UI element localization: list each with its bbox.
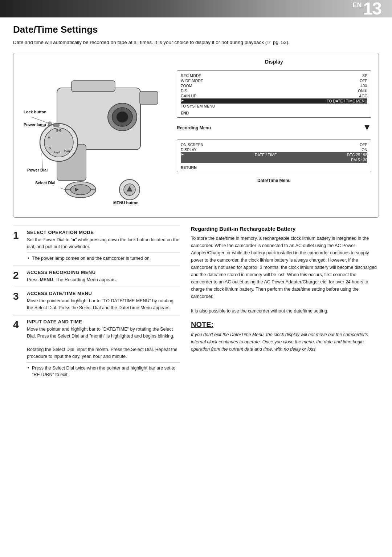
svg-text:Power Dial: Power Dial <box>27 168 48 172</box>
menu-row-display: DISPLAYON <box>181 147 367 152</box>
datetime-menu-label: Date/Time Menu <box>177 178 371 183</box>
steps-and-note: 1 SELECT OPERATION MODE Set the Power Di… <box>13 226 379 382</box>
svg-text:A: A <box>49 146 51 150</box>
right-col: Regarding Built-in Rechargeable Battery … <box>191 226 379 382</box>
diagram-box: S·G M A P·A·T PLAY <box>13 53 379 218</box>
svg-text:MENU button: MENU button <box>113 201 139 205</box>
svg-rect-1 <box>72 81 115 92</box>
down-arrow-icon: ▼ <box>363 122 371 132</box>
svg-text:Power lamp: Power lamp <box>24 122 46 127</box>
svg-point-4 <box>117 112 128 122</box>
camera-diagram: S·G M A P·A·T PLAY <box>21 59 173 211</box>
datetime-menu-panel: ON SCREENOFF DISPLAYON DATE / TIME DEC 2… <box>177 140 371 172</box>
display-label: Display <box>177 59 371 65</box>
step-1-body: Set the Power Dial to "■" while pressing… <box>27 237 180 250</box>
en-label: EN <box>353 1 362 9</box>
recording-menu-label: Recording Menu <box>177 125 211 130</box>
menu-row-zoom: ZOOM40X <box>181 83 367 88</box>
display-panels: Display REC MODESP WIDE MODEOFF ZOOM40X … <box>173 59 371 183</box>
note-body: If you don't exit the Date/Time Menu, th… <box>191 331 379 353</box>
svg-line-29 <box>42 153 42 170</box>
step-3: 3 ACCESS DATE/TIME MENU Move the pointer… <box>13 287 180 315</box>
step-3-title: ACCESS DATE/TIME MENU <box>27 291 180 296</box>
svg-text:Lock button: Lock button <box>24 110 46 114</box>
camera-area: S·G M A P·A·T PLAY <box>21 59 173 211</box>
step-1: 1 SELECT OPERATION MODE Set the Power Di… <box>13 226 180 265</box>
menu-row-recmode: REC MODESP <box>181 73 367 78</box>
step-4-bullet: Press the Select Dial twice when the poi… <box>27 362 180 379</box>
battery-body: To store the date/time in memory, a rech… <box>191 235 379 315</box>
intro-text: Date and time will automatically be reco… <box>13 39 379 46</box>
recording-menu-label-row: Recording Menu ▼ <box>177 122 371 132</box>
svg-text:S·G: S·G <box>56 129 62 132</box>
steps-col: 1 SELECT OPERATION MODE Set the Power Di… <box>13 226 180 382</box>
svg-rect-5 <box>140 92 158 104</box>
step-3-number: 3 <box>13 291 24 302</box>
menu-row-tosystem: TO SYSTEM MENU <box>181 104 367 109</box>
svg-text:M: M <box>48 136 50 140</box>
svg-text:Select Dial: Select Dial <box>35 181 56 185</box>
menu-footer-end: END <box>181 111 367 115</box>
svg-text:P·A·T: P·A·T <box>54 151 61 154</box>
page-number: 13 <box>363 0 381 17</box>
step-2: 2 ACCESS RECORDING MENU Press MENU. The … <box>13 266 180 287</box>
note-title: NOTE: <box>191 320 379 329</box>
step-3-body: Move the pointer and highlight bar to "T… <box>27 298 180 311</box>
note-section: NOTE: If you don't exit the Date/Time Me… <box>191 320 379 353</box>
menu-row-onscreen: ON SCREENOFF <box>181 142 367 147</box>
step-1-title: SELECT OPERATION MODE <box>27 230 180 235</box>
step-4: 4 INPUT DATE AND TIME Move the pointer a… <box>13 315 180 382</box>
step-2-content: ACCESS RECORDING MENU Press MENU. The Re… <box>27 270 180 283</box>
step-2-title: ACCESS RECORDING MENU <box>27 270 180 275</box>
step-4-body: Move the pointer and highlight bar to "D… <box>27 326 180 360</box>
battery-heading: Regarding Built-in Rechargeable Battery <box>191 226 379 232</box>
diagram-inner: S·G M A P·A·T PLAY <box>21 59 371 211</box>
step-1-number: 1 <box>13 230 24 241</box>
header-bar: EN 13 <box>0 0 392 17</box>
step-3-content: ACCESS DATE/TIME MENU Move the pointer a… <box>27 291 180 311</box>
menu-row-dis: DISON① <box>181 88 367 93</box>
step-1-content: SELECT OPERATION MODE Set the Power Dial… <box>27 230 180 262</box>
battery-section: Regarding Built-in Rechargeable Battery … <box>191 226 379 315</box>
menu-row-todatetime: TO DATE / TIME MENU <box>181 98 367 104</box>
svg-line-31 <box>60 188 65 190</box>
recording-menu-panel: REC MODESP WIDE MODEOFF ZOOM40X DISON① G… <box>177 70 371 118</box>
menu-footer-return: RETURN <box>181 165 367 170</box>
step-1-bullet: The power lamp comes on and the camcorde… <box>27 253 180 262</box>
page-title: Date/Time Settings <box>13 24 379 35</box>
menu-row-gainup: GAIN UPAGC <box>181 93 367 98</box>
menu-row-datetime: DATE / TIME DEC 25 ' 98PM 5 : 30 <box>181 152 367 163</box>
svg-rect-14 <box>53 124 59 126</box>
step-4-content: INPUT DATE AND TIME Move the pointer and… <box>27 319 180 378</box>
step-2-body: Press MENU. The Recording Menu appears. <box>27 277 180 283</box>
svg-point-17 <box>70 185 91 195</box>
step-2-number: 2 <box>13 270 24 280</box>
svg-text:PLAY: PLAY <box>64 150 70 152</box>
main-content: Date/Time Settings Date and time will au… <box>0 17 392 391</box>
step-4-number: 4 <box>13 320 24 330</box>
step-4-title: INPUT DATE AND TIME <box>27 319 180 324</box>
menu-row-widemode: WIDE MODEOFF <box>181 78 367 83</box>
